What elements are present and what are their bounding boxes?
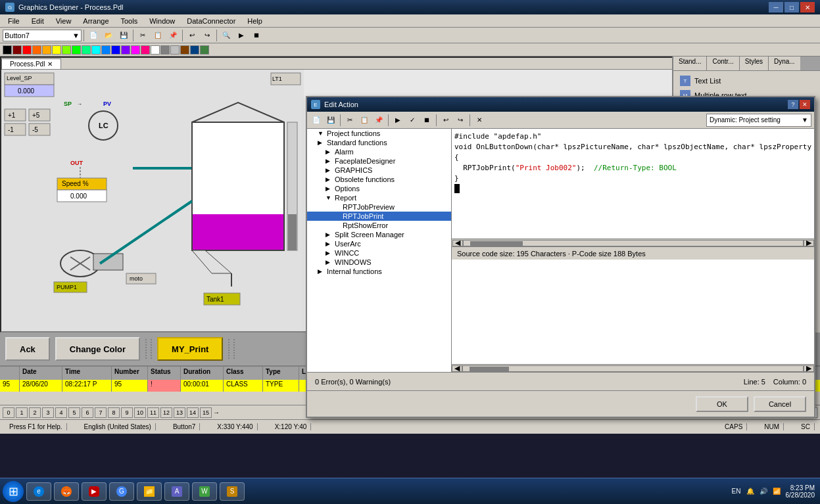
taskbar-app2[interactable]: W xyxy=(192,482,217,501)
tree-item-options[interactable]: ▶ Options xyxy=(307,184,451,193)
page-tab-13[interactable]: 13 xyxy=(174,407,185,418)
page-tab-12[interactable]: 12 xyxy=(160,407,172,418)
page-tab-2[interactable]: 2 xyxy=(29,407,41,418)
menu-edit[interactable]: Edit xyxy=(26,16,49,26)
dlg-btn-2[interactable]: 💾 xyxy=(324,114,337,126)
scroll-right-btn[interactable]: ▶ xyxy=(804,240,814,246)
dlg-btn-redo[interactable]: ↪ xyxy=(454,114,467,126)
maximize-button[interactable]: □ xyxy=(784,2,799,12)
page-tab-7[interactable]: 7 xyxy=(95,407,107,418)
scroll-left-btn[interactable]: ◀ xyxy=(452,240,463,246)
toolbar-btn-copy[interactable]: 📋 xyxy=(151,29,165,42)
toolbar-btn-redo[interactable]: ↪ xyxy=(200,29,214,42)
taskbar-folder[interactable]: 📁 xyxy=(137,482,162,501)
tree-item-standard-functions[interactable]: ▶ Standard functions xyxy=(307,138,451,147)
color-lime[interactable] xyxy=(62,45,71,55)
page-tab-3[interactable]: 3 xyxy=(42,407,54,418)
tree-item-graphics[interactable]: ▶ GRAPHICS xyxy=(307,166,451,175)
dynamic-dropdown[interactable]: Dynamic: Project setting ▼ xyxy=(706,114,811,127)
toolbar-btn-stop[interactable]: ⏹ xyxy=(249,29,264,42)
scrollbar-thumb2[interactable] xyxy=(470,367,509,372)
tree-item-rptshowerror[interactable]: RptShowError xyxy=(307,221,451,230)
editor-empty-area[interactable] xyxy=(452,260,814,364)
tree-item-wincc[interactable]: ▶ WINCC xyxy=(307,248,451,258)
color-yellow[interactable] xyxy=(52,45,61,55)
editor-hscrollbar[interactable]: ◀ ▶ xyxy=(452,239,814,246)
panel-tab-contr[interactable]: Contr... xyxy=(707,57,739,70)
page-tab-9[interactable]: 9 xyxy=(121,407,133,418)
menu-arrange[interactable]: Arrange xyxy=(78,16,114,26)
code-editor[interactable]: #include "apdefap.h" void OnLButtonDown(… xyxy=(452,129,814,372)
cancel-button[interactable]: Cancel xyxy=(754,396,806,412)
taskbar-app1[interactable]: A xyxy=(164,482,189,501)
canvas-tab[interactable]: Process.Pdl ✕ xyxy=(1,58,61,69)
scrollbar-thumb[interactable] xyxy=(470,241,523,246)
menu-tools[interactable]: Tools xyxy=(116,16,143,26)
page-tab-1[interactable]: 1 xyxy=(16,407,28,418)
scrollbar-track2[interactable] xyxy=(462,365,804,372)
dlg-btn-check[interactable]: ✓ xyxy=(406,114,419,126)
scrollbar-track[interactable] xyxy=(463,240,804,246)
change-color-button[interactable]: Change Color xyxy=(55,337,140,361)
color-spring[interactable] xyxy=(82,45,91,55)
color-green[interactable] xyxy=(72,45,81,55)
toolbar-btn-save[interactable]: 💾 xyxy=(116,29,131,42)
color-magenta[interactable] xyxy=(131,45,140,55)
page-tab-8[interactable]: 8 xyxy=(108,407,120,418)
ack-button[interactable]: Ack xyxy=(5,337,50,361)
editor-vscrollbar-bottom[interactable]: ◀ ▶ xyxy=(452,364,814,372)
tree-item-userarc[interactable]: ▶ UserArc xyxy=(307,239,451,248)
page-tab-6[interactable]: 6 xyxy=(82,407,93,418)
object-selector[interactable]: Button7 ▼ xyxy=(3,30,82,41)
taskbar-chrome[interactable]: G xyxy=(109,482,134,501)
tree-item-obsolete[interactable]: ▶ Obsolete functions xyxy=(307,175,451,184)
toolbar-btn-open[interactable]: 📂 xyxy=(101,29,116,42)
color-dark-red[interactable] xyxy=(12,45,22,55)
tree-item-internal[interactable]: ▶ Internal functions xyxy=(307,267,451,276)
tree-item-splitscreen[interactable]: ▶ Split Screen Manager xyxy=(307,230,451,239)
start-button[interactable]: ⊞ xyxy=(3,481,24,502)
color-forest[interactable] xyxy=(200,45,209,55)
panel-tab-styles[interactable]: Styles xyxy=(740,57,769,70)
taskbar-ie[interactable]: e xyxy=(26,482,51,501)
menu-help[interactable]: Help xyxy=(242,16,268,26)
dlg-btn-copy[interactable]: 📋 xyxy=(358,114,371,126)
scroll-left-btn2[interactable]: ◀ xyxy=(452,365,462,372)
color-silver[interactable] xyxy=(170,45,180,55)
ok-button[interactable]: OK xyxy=(696,396,748,412)
toolbar-btn-new[interactable]: 📄 xyxy=(86,29,101,42)
panel-tab-dyna[interactable]: Dyna... xyxy=(769,57,800,70)
toolbar-btn-cut[interactable]: ✂ xyxy=(135,29,150,42)
color-orange[interactable] xyxy=(32,45,41,55)
color-red[interactable] xyxy=(22,45,32,55)
tree-item-rptprint[interactable]: RPTJobPrint xyxy=(307,212,451,221)
page-tab-14[interactable]: 14 xyxy=(187,407,199,418)
color-black[interactable] xyxy=(3,45,12,55)
dialog-close-btn[interactable]: ✕ xyxy=(800,100,810,109)
color-sky[interactable] xyxy=(101,45,110,55)
toolbar-btn-paste[interactable]: 📌 xyxy=(166,29,180,42)
tab-close[interactable]: ✕ xyxy=(47,60,53,68)
my-print-button[interactable]: MY_Print xyxy=(157,337,223,361)
color-white[interactable] xyxy=(151,45,160,55)
page-tab-11[interactable]: 11 xyxy=(147,407,159,418)
color-gray[interactable] xyxy=(160,45,170,55)
dlg-btn-cut[interactable]: ✂ xyxy=(343,114,356,126)
scroll-right-btn2[interactable]: ▶ xyxy=(804,365,814,372)
tree-item-alarm[interactable]: ▶ Alarm xyxy=(307,147,451,156)
dlg-btn-paste[interactable]: 📌 xyxy=(372,114,385,126)
page-tab-10[interactable]: 10 xyxy=(134,407,146,418)
tree-item-windows[interactable]: ▶ WINDOWS xyxy=(307,258,451,267)
toolbar-btn-undo[interactable]: ↩ xyxy=(185,29,199,42)
dlg-btn-run[interactable]: ▶ xyxy=(391,114,404,126)
panel-tab-stand[interactable]: Stand... xyxy=(673,57,707,70)
dlg-btn-1[interactable]: 📄 xyxy=(310,114,323,126)
color-amber[interactable] xyxy=(42,45,51,55)
code-area[interactable]: #include "apdefap.h" void OnLButtonDown(… xyxy=(452,129,814,239)
taskbar-media[interactable]: ▶ xyxy=(82,482,107,501)
menu-view[interactable]: View xyxy=(51,16,77,26)
minimize-button[interactable]: ─ xyxy=(769,2,783,12)
component-text-list[interactable]: T Text List xyxy=(676,74,817,88)
color-cyan[interactable] xyxy=(91,45,101,55)
function-tree[interactable]: ▼ Project functions ▶ Standard functions… xyxy=(307,129,452,372)
